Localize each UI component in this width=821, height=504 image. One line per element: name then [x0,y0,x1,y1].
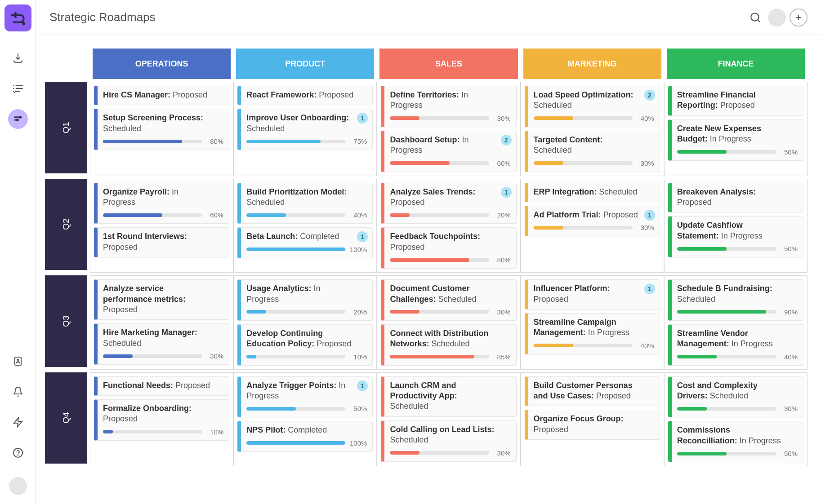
card-percent: 50% [781,245,798,252]
card-title: React Framework: Proposed [246,90,367,100]
column-header-product[interactable]: PRODUCT [236,49,374,79]
card-progress: 50% [677,450,798,457]
card-title: Functional Needs: Proposed [103,380,223,391]
card-percent: 30% [494,308,511,316]
card-title: Schedule B Fundraising: Scheduled [677,283,798,305]
card[interactable]: Targeted Content: Scheduled30% [525,131,660,172]
sidebar-avatar[interactable] [9,477,27,495]
card-title: Hire CS Manager: Proposed [103,90,223,100]
card[interactable]: Breakeven Analysis: Proposed [668,183,803,213]
column-header-finance[interactable]: FINANCE [667,49,805,79]
card[interactable]: Functional Needs: Proposed [94,376,229,396]
card[interactable]: Define Territories: In Progress30% [381,86,516,127]
card[interactable]: Feedback Touchpoints: Proposed80% [381,227,516,269]
list-icon[interactable] [8,79,28,98]
card[interactable]: Ad Platform Trial: Proposed130% [525,206,660,236]
card[interactable]: Streamline Vendor Management: In Progres… [668,324,803,366]
card-percent: 50% [781,450,798,457]
card-progress: 30% [103,352,223,360]
card[interactable]: Dashboard Setup: In Progress260% [381,131,516,172]
card-badge[interactable]: 2 [644,90,655,101]
card-percent: 85% [494,353,511,361]
card[interactable]: Analyze Trigger Points: In Progress150% [237,376,373,418]
card-progress: 85% [390,353,510,361]
card[interactable]: Formalize Onboarding: Proposed10% [94,399,229,441]
cell-q3-finance: Schedule B Fundraising: Scheduled90%Stre… [664,275,808,370]
card-percent: 20% [350,308,367,316]
card-badge[interactable]: 1 [501,187,512,198]
card[interactable]: Hire Marketing Manager: Scheduled30% [94,323,229,365]
cell-q4-finance: Cost and Complexity Drivers: Scheduled30… [664,372,808,467]
card-badge[interactable]: 1 [357,380,368,391]
contacts-icon[interactable] [8,351,28,371]
card[interactable]: Connect with Distribution Networks: Sche… [381,324,516,366]
card-title: Setup Screening Process: Scheduled [103,113,223,134]
svg-point-0 [23,23,24,24]
card-progress: 75% [246,137,367,145]
card[interactable]: Develop Continuing Education Policy: Pro… [237,324,373,366]
card[interactable]: 1st Round Interviews: Proposed [94,227,229,257]
card[interactable]: Build Prioritization Model: Scheduled40% [237,183,373,224]
cell-q1-finance: Streamline Financial Reporting: Proposed… [664,82,808,176]
card-title: Commissions Reconcilliation: In Progress [677,425,798,446]
card[interactable]: Hire CS Manager: Proposed [94,86,229,105]
activity-icon[interactable] [8,412,28,432]
card[interactable]: Cold Calling on Lead Lists: Scheduled30% [381,420,516,462]
card[interactable]: ERP Integration: Scheduled [525,183,660,202]
roadmap-icon[interactable] [8,109,28,129]
card-progress: 20% [390,211,510,219]
card-title: Streamline Campaign Management: In Progr… [534,317,654,338]
card[interactable]: Usage Analytics: In Progress20% [237,279,373,321]
import-icon[interactable] [8,48,28,68]
card[interactable]: Analyze Sales Trends: Proposed120% [381,183,516,224]
card-title: Launch CRM and Productivity App: Schedul… [390,380,510,412]
column-header-sales[interactable]: SALES [379,49,518,79]
svg-point-3 [19,116,20,118]
card[interactable]: Commissions Reconcilliation: In Progress… [668,421,803,462]
column-header-marketing[interactable]: MARKETING [523,49,661,79]
card-title: Beta Launch: Completed [246,231,367,242]
card[interactable]: Document Customer Challenges: Scheduled3… [381,279,516,321]
card[interactable]: Organize Focus Group: Proposed [525,410,660,440]
card[interactable]: Organize Payroll: In Progress60% [94,183,229,224]
topbar: Strategic Roadmaps + [36,0,821,35]
card[interactable]: Improve User Onboarding: Scheduled175% [237,109,373,150]
page-title: Strategic Roadmaps [49,10,156,24]
card-progress: 30% [390,115,510,122]
card[interactable]: Analyze service performance metrics: Pro… [94,279,229,320]
card[interactable]: NPS Pilot: Completed100% [237,421,373,451]
card[interactable]: Influencer Platform: Proposed1 [525,279,660,309]
card[interactable]: Schedule B Fundraising: Scheduled90% [668,279,803,321]
card-percent: 40% [350,211,367,219]
card[interactable]: Setup Screening Process: Scheduled80% [94,109,229,150]
card-percent: 40% [637,342,654,349]
card[interactable]: Create New Expenses Budget: In Progress5… [668,119,803,161]
app-logo[interactable] [4,4,31,31]
card-percent: 10% [206,428,223,436]
row-label-q4: Q4 [45,372,87,464]
card[interactable]: Launch CRM and Productivity App: Schedul… [381,376,516,417]
card[interactable]: Build Customer Personas and Use Cases: P… [525,376,660,407]
card-badge[interactable]: 2 [501,135,512,146]
card[interactable]: Cost and Complexity Drivers: Scheduled30… [668,376,803,418]
card-badge[interactable]: 1 [644,210,655,221]
notifications-icon[interactable] [8,382,28,402]
cell-q3-sales: Document Customer Challenges: Scheduled3… [377,275,520,370]
help-icon[interactable] [8,443,28,463]
card-progress: 50% [246,405,367,412]
card[interactable]: Update Cashflow Statement: In Progress50… [668,216,803,257]
card-progress: 90% [677,308,798,316]
card-badge[interactable]: 1 [644,283,655,294]
card[interactable]: Streamline Financial Reporting: Proposed [668,86,803,116]
card[interactable]: Streamline Campaign Management: In Progr… [525,313,660,354]
card-progress: 10% [246,353,367,361]
column-header-operations[interactable]: OPERATIONS [93,49,231,79]
add-button[interactable]: + [790,9,808,27]
search-icon[interactable] [746,9,764,27]
card-percent: 30% [206,352,223,360]
svg-point-6 [17,359,19,361]
user-avatar[interactable] [768,9,786,27]
card[interactable]: Load Speed Optimization: Scheduled240% [525,86,660,127]
card[interactable]: React Framework: Proposed [237,86,373,105]
card[interactable]: Beta Launch: Completed1100% [237,227,373,258]
